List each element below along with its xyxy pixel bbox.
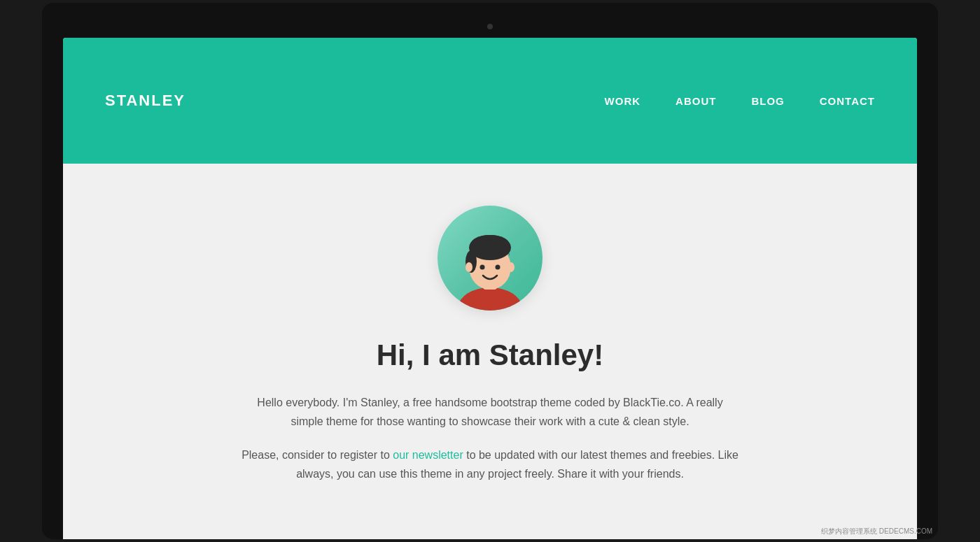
main-nav: WORK ABOUT BLOG CONTACT xyxy=(605,95,875,107)
watermark: 织梦内容管理系统 DEDECMS.COM xyxy=(821,527,932,536)
logo[interactable]: STANLEY xyxy=(105,92,186,110)
avatar-illustration xyxy=(448,220,532,311)
laptop-camera xyxy=(487,24,493,29)
nav-list: WORK ABOUT BLOG CONTACT xyxy=(605,95,875,107)
svg-point-0 xyxy=(458,287,522,311)
nav-item-contact[interactable]: CONTACT xyxy=(820,95,875,107)
hero-title: Hi, I am Stanley! xyxy=(377,338,603,372)
svg-point-6 xyxy=(480,265,485,270)
svg-point-9 xyxy=(507,262,514,272)
avatar xyxy=(438,206,542,311)
nav-item-about[interactable]: ABOUT xyxy=(676,95,716,107)
laptop-frame: STANLEY WORK ABOUT BLOG CONTACT xyxy=(42,3,938,539)
nav-item-blog[interactable]: BLOG xyxy=(751,95,784,107)
header: STANLEY WORK ABOUT BLOG CONTACT xyxy=(63,38,917,164)
newsletter-link[interactable]: our newsletter xyxy=(393,449,463,461)
hero-body-2: Please, consider to register to our news… xyxy=(241,445,738,483)
svg-point-8 xyxy=(465,262,472,272)
hero-body-2-before: Please, consider to register to xyxy=(241,449,393,461)
laptop-screen: STANLEY WORK ABOUT BLOG CONTACT xyxy=(63,38,917,539)
hero-body-1: Hello everybody. I'm Stanley, a free han… xyxy=(245,393,735,431)
svg-point-7 xyxy=(496,265,500,270)
nav-item-work[interactable]: WORK xyxy=(605,95,641,107)
main-content: Hi, I am Stanley! Hello everybody. I'm S… xyxy=(63,164,917,539)
